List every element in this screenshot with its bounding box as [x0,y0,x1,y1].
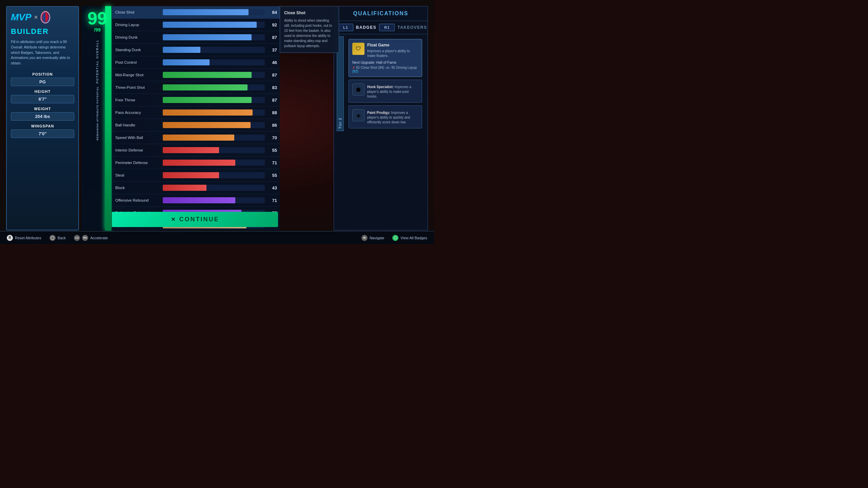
attributes-panel[interactable]: Close Shot 84 Driving Layup 92 Driving D… [112,6,280,230]
attr-row[interactable]: Interior Defense 55 [112,144,280,157]
req-x-icon: ✗ [352,66,355,69]
attr-bar-fill [163,47,200,53]
logo-area: MVP × [11,11,74,24]
paint-prodigy-icon: ◈ [352,109,364,121]
badge3-row: ◈ Paint Prodigy: Improves a player's abi… [352,109,418,125]
attr-row[interactable]: Three-Point Shot 83 [112,81,280,94]
attr-bar-fill [163,172,219,178]
potential-bar [105,6,111,230]
attr-bar-fill [163,185,206,191]
attr-bar-bg [163,9,265,15]
attr-value: 88 [268,110,277,115]
attr-row[interactable]: Close Shot 84 [112,6,280,19]
tab-r1[interactable]: R1 [379,24,395,31]
attr-row[interactable]: Block 43 [112,182,280,194]
builder-title: BUILDER [11,27,74,36]
accelerate-item[interactable]: L2 R2 Accelerate [74,235,108,241]
attr-bar-fill [163,34,252,40]
attr-row[interactable]: Speed With Ball 70 [112,131,280,144]
attr-row[interactable]: Pass Accuracy 88 [112,106,280,119]
attr-row[interactable]: Steal 55 [112,169,280,182]
r-icon: R [361,235,368,241]
attr-name: Mid-Range Shot [115,73,163,77]
back-item[interactable]: ◯ Back [50,235,66,241]
attr-bar-bg [163,160,265,166]
attr-row[interactable]: Offensive Rebound 71 [112,194,280,207]
tooltip-title: Close Shot [284,11,335,15]
badge2-text: Hook Specialist: Improves a player's abi… [367,85,418,99]
attr-bar-fill [163,122,251,128]
badges-content: Tier 2 🛡 Float Game Improves a player's … [334,34,428,133]
continue-button[interactable]: ✕ CONTINUE [112,212,278,227]
mv-logo: MVP [11,12,32,23]
attr-row[interactable]: Ball Handle 86 [112,119,280,131]
potential-label: POTENTIAL OVERALL [96,39,99,83]
bottom-right: R Navigate ◯ View All Badges [361,235,427,241]
attr-value: 86 [268,123,277,128]
attr-name: Close Shot [115,10,163,14]
attr-name: Perimeter Defense [115,161,163,165]
attr-row[interactable]: Perimeter Defense 71 [112,157,280,169]
attr-name: Free Throw [115,98,163,102]
attr-bar-bg [163,172,265,178]
back-icon: ◯ [50,235,56,241]
wingspan-value: 7'0" [11,129,74,138]
height-block: HEIGHT 6'7" [11,89,74,103]
attr-row[interactable]: Standing Dunk 37 [112,44,280,56]
reset-icon: R [7,235,13,241]
badge-desc: Improves a player's ability to make floa… [367,49,418,58]
attr-value: 37 [268,47,277,53]
view-badges-icon: ◯ [392,235,398,241]
attr-bar-bg [163,109,265,116]
attr-bar-bg [163,135,265,141]
nba-logo [40,11,51,24]
attr-row[interactable]: Driving Dunk 87 [112,31,280,44]
view-badges-item[interactable]: ◯ View All Badges [392,235,427,241]
reset-label: Reset Attributes [15,236,41,240]
attr-name: Offensive Rebound [115,198,163,202]
attr-name: Steal [115,173,163,177]
attr-bar-fill [163,97,252,103]
attr-row[interactable]: Post Control 46 [112,56,280,69]
attr-value: 55 [268,148,277,153]
attr-row[interactable]: Mid-Range Shot 87 [112,69,280,81]
reset-item[interactable]: R Reset Attributes [7,235,41,241]
attr-bar-fill [163,84,248,90]
attr-bar-fill [163,109,253,116]
navigate-label: Navigate [370,236,384,240]
attr-value: 46 [268,60,277,65]
tab-l1[interactable]: L1 [338,24,353,31]
tab-badges-label[interactable]: BADGES [356,25,376,30]
req-or: -or- [385,66,391,69]
badge-card-paint-prodigy: ◈ Paint Prodigy: Improves a player's abi… [349,105,422,128]
continue-icon: ✕ [171,216,175,223]
tab-takeovers-label[interactable]: TAKEOVERS [397,25,427,30]
float-game-icon: 🛡 [352,43,364,55]
navigate-item[interactable]: R Navigate [361,235,384,241]
accelerate-label: Accelerate [90,236,108,240]
position-block: POSITION PG [11,72,74,86]
attr-bar-fill [163,160,235,166]
badges-list: 🛡 Float Game Improves a player's ability… [346,36,425,131]
height-label: HEIGHT [11,89,74,94]
weight-value: 204 lbs [11,112,74,121]
back-label: Back [58,236,66,240]
attr-value: 84 [268,10,277,15]
attr-bar-bg [163,59,265,65]
attr-row[interactable]: Free Throw 87 [112,94,280,106]
attr-bar-fill [163,147,219,153]
attr-bar-fill [163,197,235,203]
attr-bar-bg [163,147,265,153]
weight-label: WEIGHT [11,107,74,111]
continue-label: CONTINUE [179,216,219,223]
attr-value: 71 [268,198,277,203]
height-value: 6'7" [11,95,74,103]
attr-row[interactable]: Driving Layup 92 [112,19,280,31]
req2-highlight: (92) [352,69,358,73]
qual-tabs: L1 BADGES R1 TAKEOVERS [334,21,428,34]
attr-value: 87 [268,73,277,78]
attr-value: 43 [268,185,277,190]
attr-bar-fill [163,59,210,65]
badge-row: 🛡 Float Game Improves a player's ability… [352,43,418,58]
wingspan-block: WINGSPAN 7'0" [11,124,74,138]
